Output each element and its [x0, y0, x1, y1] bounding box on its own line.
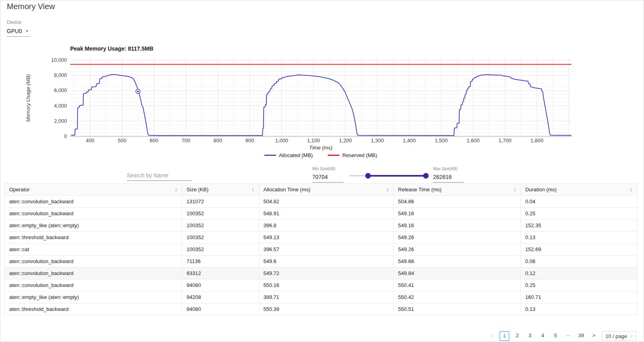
table-row[interactable]: aten::convolution_backward100352548.9154… — [5, 208, 637, 220]
table-cell: 93312 — [182, 267, 259, 279]
max-size-field: Max Size(KB) — [433, 167, 465, 183]
slider-track[interactable] — [368, 175, 426, 177]
table-cell: 549.66 — [394, 256, 521, 267]
selected-point-dot — [137, 90, 139, 92]
pagination-page-3[interactable]: 3 — [525, 331, 535, 341]
table-cell: aten::empty_like (aten::empty) — [5, 291, 182, 303]
min-size-label: Min Size(KB) — [312, 167, 344, 171]
reserved-line-swatch — [328, 155, 339, 156]
x-tick-label: 1,500 — [428, 138, 454, 143]
y-tick-label: 0 — [42, 133, 67, 139]
sort-icon[interactable]: ▲▼ — [175, 187, 177, 192]
size-range-slider[interactable] — [349, 170, 427, 181]
table-row[interactable]: aten::convolution_backward93312549.72549… — [5, 267, 637, 279]
column-header[interactable]: Operator▲▼ — [5, 184, 182, 196]
table-cell: 0.13 — [521, 232, 637, 244]
pagination-next-icon[interactable]: > — [589, 331, 599, 341]
table-row[interactable]: aten::empty_like (aten::empty)94208389.7… — [5, 291, 637, 303]
sort-icon[interactable]: ▲▼ — [252, 187, 254, 192]
min-size-field: Min Size(KB) — [312, 167, 344, 183]
table-cell: aten::convolution_backward — [5, 196, 182, 208]
table-cell: 549.26 — [394, 232, 521, 244]
x-tick-label: 700 — [173, 138, 199, 143]
sort-icon[interactable]: ▲▼ — [386, 187, 389, 192]
table-cell: 0.13 — [521, 303, 637, 315]
min-size-input[interactable] — [312, 173, 343, 183]
device-select[interactable]: GPU0 ▼ — [7, 27, 30, 37]
table-cell: 549.84 — [394, 267, 521, 279]
x-tick-label: 600 — [141, 138, 167, 143]
operator-table: Operator▲▼Size (KB)▲▼Allocation Time (ms… — [4, 183, 637, 315]
table-cell: 549.6 — [259, 256, 394, 267]
table-cell: 94208 — [182, 291, 259, 303]
table-row[interactable]: aten::convolution_backward131072504.8250… — [5, 196, 637, 208]
table-row[interactable]: aten::threshold_backward94080550.39550.5… — [5, 303, 637, 315]
x-tick-label: 1,300 — [364, 138, 390, 143]
device-select-value: GPU0 — [7, 28, 22, 34]
device-label: Device — [7, 20, 30, 25]
x-tick-label: 900 — [237, 138, 262, 143]
column-header[interactable]: Release Time (ms)▲▼ — [394, 184, 521, 196]
pagination-prev-icon[interactable]: < — [487, 331, 496, 341]
column-header[interactable]: Size (KB)▲▼ — [182, 184, 259, 196]
table-cell: aten::threshold_backward — [5, 303, 182, 315]
column-header[interactable]: Allocation Time (ms)▲▼ — [259, 184, 394, 196]
table-cell: 504.82 — [259, 196, 394, 208]
table-cell: 550.39 — [259, 303, 394, 315]
table-cell: 549.16 — [394, 208, 521, 220]
x-axis-title: Time (ms) — [70, 145, 571, 151]
pagination-page-39[interactable]: 39 — [576, 331, 586, 341]
memory-view-page: Memory View Device GPU0 ▼ Peak Memory Us… — [0, 0, 644, 342]
table-cell: 100352 — [182, 232, 259, 244]
x-tick-label: 800 — [205, 138, 230, 143]
pagination-page-4[interactable]: 4 — [538, 331, 547, 341]
x-tick-label: 1,100 — [301, 138, 326, 143]
slider-handle-max[interactable] — [423, 173, 429, 179]
y-tick-label: 4,000 — [42, 103, 67, 109]
sort-icon[interactable]: ▲▼ — [513, 187, 516, 192]
table-cell: 548.91 — [259, 208, 394, 220]
table-cell: 396.8 — [259, 220, 394, 232]
table-header: Operator▲▼Size (KB)▲▼Allocation Time (ms… — [5, 184, 637, 196]
table-cell: 549.13 — [259, 232, 394, 244]
table-cell: aten::convolution_backward — [5, 208, 182, 220]
table-cell: aten::empty_like (aten::empty) — [5, 220, 182, 232]
table-cell: aten::convolution_backward — [5, 267, 182, 279]
x-tick-label: 1,600 — [460, 138, 486, 143]
table-cell: 0.04 — [521, 196, 637, 208]
search-input[interactable] — [127, 171, 192, 181]
y-axis-title: Memory Usage (MB) — [24, 60, 32, 136]
table-cell: 100352 — [182, 208, 259, 220]
pagination-page-2[interactable]: 2 — [512, 331, 522, 341]
y-tick-label: 6,000 — [42, 87, 67, 93]
table-row[interactable]: aten::threshold_backward100352549.13549.… — [5, 232, 637, 244]
table-row[interactable]: aten::cat100352396.57549.26152.69 — [5, 244, 637, 256]
page-title: Memory View — [7, 2, 55, 11]
pagination-page-1[interactable]: 1 — [500, 331, 509, 341]
max-size-input[interactable] — [433, 173, 464, 183]
table-cell: 0.06 — [521, 256, 637, 267]
column-header[interactable]: Duration (ms)▲▼ — [521, 184, 637, 196]
table-cell: 100352 — [182, 244, 259, 256]
table-cell: 160.71 — [521, 291, 637, 303]
x-tick-label: 1,000 — [269, 138, 294, 143]
page-size-select[interactable]: 10 / page∨ — [602, 331, 636, 341]
table-cell: aten::convolution_backward — [5, 279, 182, 291]
chart-plot-area[interactable] — [70, 60, 571, 136]
legend-label-allocated: Allocated (MB) — [279, 152, 313, 158]
table-cell: 152.69 — [521, 244, 637, 256]
table-cell: 94080 — [182, 303, 259, 315]
sort-icon[interactable]: ▲▼ — [630, 187, 632, 192]
memory-usage-chart: Peak Memory Usage: 8117.5MB Memory Usage… — [0, 44, 626, 164]
table-row[interactable]: aten::empty_like (aten::empty)100352396.… — [5, 220, 637, 232]
pagination-page-5[interactable]: 5 — [551, 331, 560, 341]
device-block: Device GPU0 ▼ — [7, 20, 30, 37]
x-tick-label: 400 — [77, 138, 103, 143]
slider-handle-min[interactable] — [365, 173, 371, 179]
y-tick-label: 10,000 — [42, 57, 67, 63]
table-row[interactable]: aten::convolution_backward71136549.6549.… — [5, 256, 637, 267]
table-row[interactable]: aten::convolution_backward94080550.16550… — [5, 279, 637, 291]
x-tick-label: 1,700 — [492, 138, 518, 143]
table-cell: aten::cat — [5, 244, 182, 256]
page-size-value: 10 / page — [605, 333, 627, 339]
